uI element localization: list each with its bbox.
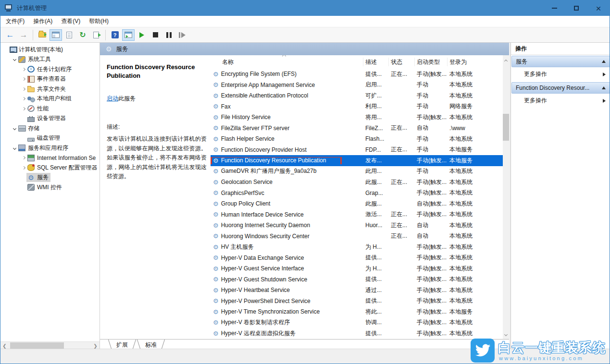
service-description: 此用... (363, 167, 389, 175)
tree-item-label: 任务计划程序 (37, 65, 72, 73)
stop-service-button[interactable] (149, 29, 162, 41)
service-row[interactable]: GraphicsPerfSvcGrap...手动(触发...本地系统 (211, 188, 503, 199)
scroll-thumb[interactable] (503, 114, 509, 141)
minimize-button[interactable] (543, 0, 565, 16)
column-header-logon-as[interactable]: 登录为 (448, 58, 503, 66)
service-row[interactable]: Function Discovery Provider HostFDP...正在… (211, 145, 503, 156)
tree-item-wmi-control[interactable]: WMI 控件 (0, 182, 100, 193)
service-row[interactable]: Encrypting File System (EFS)提供...正在...手动… (211, 69, 503, 80)
tree-item-label: 本地用户和组 (37, 95, 72, 103)
menu-view[interactable]: 查看(V) (57, 15, 85, 27)
service-row[interactable]: GameDVR 和广播用户服务_9a0a27b此用...手动本地系统 (211, 166, 503, 177)
tree-item-event-viewer[interactable]: 事件查看器 (0, 74, 100, 85)
service-row[interactable]: Fax利用...手动网络服务 (211, 101, 503, 112)
up-one-level-button[interactable] (36, 29, 49, 41)
expander-icon[interactable] (21, 167, 26, 169)
action-section-header-fdrp[interactable]: Function Discovery Resour... (511, 82, 610, 94)
service-name: Encrypting File System (EFS) (221, 71, 297, 77)
service-row[interactable]: Hyper-V 远程桌面虚拟化服务提供...手动(触发...本地系统 (211, 328, 503, 339)
service-row[interactable]: FileZilla Server FTP serverFileZ...正在...… (211, 123, 503, 134)
service-row[interactable]: Hyper-V Data Exchange Service提供...手动(触发.… (211, 253, 503, 264)
fdrp-more-actions[interactable]: 更多操作 (511, 94, 610, 108)
vertical-scrollbar[interactable] (503, 55, 509, 339)
tree-item-system-tools[interactable]: 系统工具 (0, 55, 100, 65)
close-button[interactable]: × (587, 0, 610, 16)
service-row[interactable]: Hyper-V Guest Service Interface为 H...手动(… (211, 263, 503, 274)
start-service-button[interactable] (136, 29, 148, 41)
service-description: 提供... (363, 297, 389, 305)
expander-icon[interactable] (21, 68, 26, 71)
service-row[interactable]: Hyper-V 卷影复制请求程序协调...手动(触发...本地系统 (211, 317, 503, 328)
console-tree-toggle-button[interactable] (50, 29, 62, 41)
export-list-button[interactable] (90, 29, 102, 41)
service-row[interactable]: Extensible Authentication Protocol可扩...手… (211, 90, 503, 101)
service-row[interactable]: Hyper-V Guest Shutdown Service提供...手动(触发… (211, 274, 503, 285)
service-row[interactable]: Human Interface Device Service激活...正在...… (211, 209, 503, 220)
expander-icon[interactable] (21, 108, 26, 110)
tree-item-services[interactable]: 服务 (0, 173, 100, 183)
collapse-icon[interactable] (602, 86, 606, 89)
services-more-actions[interactable]: 更多操作 (511, 67, 610, 81)
forward-button[interactable]: → (17, 29, 30, 41)
service-row-selected[interactable]: Function Discovery Resource Publication发… (211, 155, 503, 166)
expander-icon[interactable] (21, 97, 26, 100)
service-row[interactable]: Geolocation Service此服...正在...手动(触发...本地系… (211, 177, 503, 188)
selected-service-title: Function Discovery Resource Publication (107, 63, 203, 80)
collapse-icon[interactable] (602, 60, 606, 63)
menu-action[interactable]: 操作(A) (29, 15, 57, 27)
tree-item-shared-folders[interactable]: 共享文件夹 (0, 84, 100, 94)
service-row[interactable]: Enterprise App Management Service启用...手动… (211, 80, 503, 91)
expander-icon[interactable] (12, 58, 17, 61)
tree-item-local-users-groups[interactable]: 本地用户和组 (0, 94, 100, 104)
service-row[interactable]: Hyper-V Heartbeat Service通过...手动(触发...本地… (211, 285, 503, 296)
tree-item-iis[interactable]: Internet Information Se (0, 153, 100, 163)
service-row[interactable]: Huorong Windows Security Center正在...自动本地… (211, 231, 503, 242)
expander-icon[interactable] (12, 127, 17, 130)
tree-item-sql-server-config[interactable]: SQL Server 配置管理器 (0, 163, 100, 173)
service-gear-icon (213, 124, 219, 132)
tree-item-disk-management[interactable]: 磁盘管理 (0, 133, 100, 144)
service-row[interactable]: HV 主机服务为 H...手动(触发...本地系统 (211, 242, 503, 253)
scroll-down-button[interactable] (503, 331, 509, 339)
refresh-button[interactable]: ↻ (76, 29, 89, 41)
help-button[interactable]: ? (109, 29, 121, 41)
expander-icon[interactable] (12, 147, 17, 149)
back-button[interactable]: ← (4, 29, 16, 41)
menu-file[interactable]: 文件(F) (1, 15, 29, 27)
expander-icon[interactable] (21, 88, 26, 90)
tree-item-services-and-applications[interactable]: 服务和应用程序 (0, 143, 100, 153)
properties-button[interactable] (63, 29, 75, 41)
service-row[interactable]: Flash Helper ServiceFlash...手动本地系统 (211, 133, 503, 145)
action-pane-toggle-button[interactable] (122, 29, 135, 41)
column-header-description[interactable]: 描述 (363, 58, 389, 66)
service-row[interactable]: Hyper-V Time Synchronization Service将此..… (211, 306, 503, 317)
expander-icon[interactable] (21, 78, 26, 80)
service-row[interactable]: Huorong Internet Security DaemonHuor...正… (211, 220, 503, 231)
pause-service-button[interactable] (162, 29, 175, 41)
service-row[interactable]: Group Policy Client此服...自动(触发...本地系统 (211, 198, 503, 209)
action-section-label: Function Discovery Resour... (516, 85, 602, 91)
column-header-status[interactable]: 状态 (389, 58, 415, 66)
column-header-name[interactable]: 名称 (211, 58, 363, 66)
start-service-link[interactable]: 启动 (107, 95, 118, 102)
service-row[interactable]: File History Service将用...手动(触发...本地系统 (211, 112, 503, 123)
services-list: 名称 描述 状态 启动类型 登录为 Encrypting File System… (211, 55, 503, 339)
action-section-header-services[interactable]: 服务 (511, 56, 610, 67)
tree-item-label: 存储 (28, 124, 39, 133)
expander-icon[interactable] (21, 157, 26, 159)
scroll-up-button[interactable] (503, 57, 509, 64)
tree-item-task-scheduler[interactable]: 任务计划程序 (0, 64, 100, 74)
service-row[interactable]: Hyper-V PowerShell Direct Service提供...手动… (211, 296, 503, 307)
service-gear-icon (213, 287, 219, 294)
service-description: 启用... (363, 81, 389, 89)
tree-item-performance[interactable]: 性能 (0, 104, 100, 114)
tree-item-device-manager[interactable]: 设备管理器 (0, 114, 100, 124)
menu-help[interactable]: 帮助(H) (85, 15, 113, 27)
tree-item-storage[interactable]: 存储 (0, 123, 100, 133)
service-logon-as: 本地系统 (448, 210, 503, 218)
tree-item-computer-management-local[interactable]: 计算机管理(本地) (0, 45, 100, 55)
service-status: 正在... (389, 210, 415, 218)
maximize-button[interactable] (565, 0, 587, 16)
column-header-startup-type[interactable]: 启动类型 (415, 58, 448, 66)
restart-service-button[interactable] (176, 29, 188, 41)
